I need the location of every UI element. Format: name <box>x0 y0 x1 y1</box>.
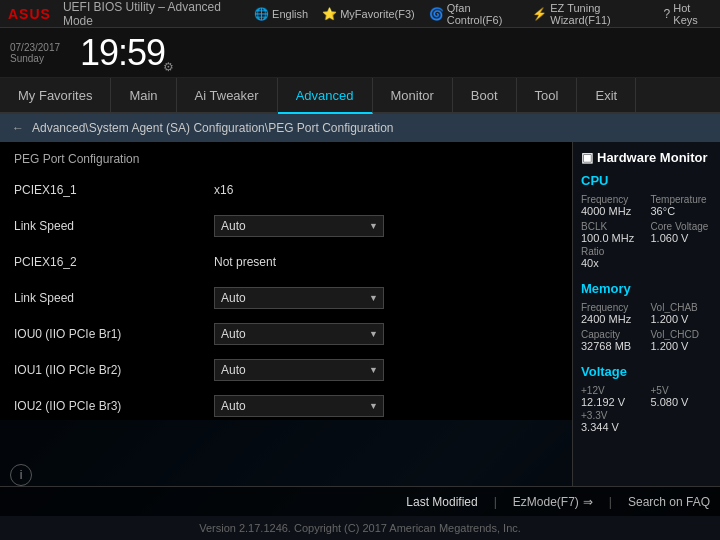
top-bar: ASUS UEFI BIOS Utility – Advanced Mode 🌐… <box>0 0 720 28</box>
breadcrumb: ← Advanced\System Agent (SA) Configurati… <box>0 114 720 142</box>
separator-1: | <box>494 495 497 509</box>
settings-icon[interactable]: ⚙ <box>163 60 174 74</box>
config-value-pciex16-2: Not present <box>214 255 276 269</box>
iou2-dropdown-wrapper: Auto x4x4x4x4 x4x4x8 x8x4x4 <box>214 395 384 417</box>
config-label-link-speed-2: Link Speed <box>14 291 214 305</box>
language-btn[interactable]: 🌐 English <box>254 7 308 21</box>
hw-monitor-panel: ▣ Hardware Monitor CPU Frequency 4000 MH… <box>572 142 720 486</box>
top-bar-icons: 🌐 English ⭐ MyFavorite(F3) 🌀 Qfan Contro… <box>254 2 712 26</box>
config-label-pciex16-2: PCIEX16_2 <box>14 255 214 269</box>
iou1-dropdown-wrapper: Auto x4x4x4x4 x4x4x8 x8x4x4 <box>214 359 384 381</box>
table-row: IOU0 (IIO PCIe Br1) Auto x4x4x4x4 x4x4x8… <box>14 320 558 348</box>
voltage-grid: +12V 12.192 V +5V 5.080 V <box>581 385 712 408</box>
nav-advanced[interactable]: Advanced <box>278 78 373 114</box>
link-speed-2-dropdown-wrapper: Auto Gen1 Gen2 Gen3 <box>214 287 384 309</box>
nav-ai-tweaker[interactable]: Ai Tweaker <box>177 78 278 112</box>
asus-logo: ASUS <box>8 6 51 22</box>
bolt-icon: ⚡ <box>532 7 547 21</box>
iou0-dropdown-wrapper: Auto x4x4x4x4 x4x4x8 x8x4x4 <box>214 323 384 345</box>
link-speed-1-dropdown-wrapper: Auto Gen1 Gen2 Gen3 <box>214 215 384 237</box>
cpu-freq-label: Frequency 4000 MHz <box>581 194 643 217</box>
qfan-btn[interactable]: 🌀 Qfan Control(F6) <box>429 2 519 26</box>
time-bar: 07/23/2017 Sunday 19:59 ⚙ <box>0 28 720 78</box>
mem-vol-chab: Vol_CHAB 1.200 V <box>651 302 713 325</box>
mem-freq: Frequency 2400 MHz <box>581 302 643 325</box>
bios-title: UEFI BIOS Utility – Advanced Mode <box>63 0 242 28</box>
v5: +5V 5.080 V <box>651 385 713 408</box>
separator-2: | <box>609 495 612 509</box>
nav-exit[interactable]: Exit <box>577 78 636 112</box>
globe-icon: 🌐 <box>254 7 269 21</box>
voltage-section-title: Voltage <box>581 364 712 379</box>
memory-section: Memory Frequency 2400 MHz Vol_CHAB 1.200… <box>581 281 712 352</box>
config-label-link-speed-1: Link Speed <box>14 219 214 233</box>
ez-tuning-btn[interactable]: ⚡ EZ Tuning Wizard(F11) <box>532 2 649 26</box>
back-arrow-icon[interactable]: ← <box>12 121 24 135</box>
link-speed-2-dropdown[interactable]: Auto Gen1 Gen2 Gen3 <box>214 287 384 309</box>
table-row: Link Speed Auto Gen1 Gen2 Gen3 <box>14 284 558 312</box>
help-icon: ? <box>664 7 671 21</box>
arrow-right-icon: ⇒ <box>583 495 593 509</box>
star-icon: ⭐ <box>322 7 337 21</box>
config-label-pciex16-1: PCIEX16_1 <box>14 183 214 197</box>
info-icon-area: i <box>10 464 32 486</box>
cpu-temp-label: Temperature 36°C <box>651 194 713 217</box>
config-panel: PEG Port Configuration PCIEX16_1 x16 Lin… <box>0 142 572 486</box>
mem-capacity: Capacity 32768 MB <box>581 329 643 352</box>
nav-my-favorites[interactable]: My Favorites <box>0 78 111 112</box>
table-row: IOU1 (IIO PCIe Br2) Auto x4x4x4x4 x4x4x8… <box>14 356 558 384</box>
nav-monitor[interactable]: Monitor <box>373 78 453 112</box>
cpu-ratio: Ratio 40x <box>581 246 712 269</box>
cpu-core-voltage: Core Voltage 1.060 V <box>651 221 713 244</box>
search-faq-btn[interactable]: Search on FAQ <box>628 495 710 509</box>
info-button[interactable]: i <box>10 464 32 486</box>
table-row: PCIEX16_2 Not present <box>14 248 558 276</box>
nav-main[interactable]: Main <box>111 78 176 112</box>
config-value-pciex16-1: x16 <box>214 183 233 197</box>
hot-keys-btn[interactable]: ? Hot Keys <box>664 2 712 26</box>
bottom-bar: Last Modified | EzMode(F7) ⇒ | Search on… <box>0 486 720 516</box>
voltage-section: Voltage +12V 12.192 V +5V 5.080 V +3.3V … <box>581 364 712 433</box>
nav-boot[interactable]: Boot <box>453 78 517 112</box>
config-label-iou2: IOU2 (IIO PCIe Br3) <box>14 399 214 413</box>
v33: +3.3V 3.344 V <box>581 410 712 433</box>
fan-icon: 🌀 <box>429 7 444 21</box>
iou0-dropdown[interactable]: Auto x4x4x4x4 x4x4x8 x8x4x4 <box>214 323 384 345</box>
nav-tool[interactable]: Tool <box>517 78 578 112</box>
main-area: PEG Port Configuration PCIEX16_1 x16 Lin… <box>0 142 720 486</box>
time-display: 19:59 <box>80 32 165 74</box>
v12: +12V 12.192 V <box>581 385 643 408</box>
footer: Version 2.17.1246. Copyright (C) 2017 Am… <box>0 516 720 540</box>
date-info: 07/23/2017 Sunday <box>10 42 70 64</box>
iou1-dropdown[interactable]: Auto x4x4x4x4 x4x4x8 x8x4x4 <box>214 359 384 381</box>
mem-vol-chcd: Vol_CHCD 1.200 V <box>651 329 713 352</box>
memory-grid: Frequency 2400 MHz Vol_CHAB 1.200 V Capa… <box>581 302 712 352</box>
cpu-bclk: BCLK 100.0 MHz <box>581 221 643 244</box>
memory-section-title: Memory <box>581 281 712 296</box>
cpu-section-title: CPU <box>581 173 712 188</box>
table-row: IOU2 (IIO PCIe Br3) Auto x4x4x4x4 x4x4x8… <box>14 392 558 420</box>
config-label-iou0: IOU0 (IIO PCIe Br1) <box>14 327 214 341</box>
link-speed-1-dropdown[interactable]: Auto Gen1 Gen2 Gen3 <box>214 215 384 237</box>
ez-mode-btn[interactable]: EzMode(F7) ⇒ <box>513 495 593 509</box>
monitor-icon: ▣ <box>581 150 593 165</box>
table-row: PCIEX16_1 x16 <box>14 176 558 204</box>
last-modified-label: Last Modified <box>406 495 477 509</box>
table-row: Link Speed Auto Gen1 Gen2 Gen3 <box>14 212 558 240</box>
cpu-section: CPU Frequency 4000 MHz Temperature 36°C … <box>581 173 712 269</box>
iou2-dropdown[interactable]: Auto x4x4x4x4 x4x4x8 x8x4x4 <box>214 395 384 417</box>
section-title: PEG Port Configuration <box>14 152 558 166</box>
config-label-iou1: IOU1 (IIO PCIe Br2) <box>14 363 214 377</box>
my-favorite-btn[interactable]: ⭐ MyFavorite(F3) <box>322 7 415 21</box>
nav-bar: My Favorites Main Ai Tweaker Advanced Mo… <box>0 78 720 114</box>
cpu-grid: Frequency 4000 MHz Temperature 36°C BCLK… <box>581 194 712 244</box>
hw-monitor-title: ▣ Hardware Monitor <box>581 150 712 165</box>
